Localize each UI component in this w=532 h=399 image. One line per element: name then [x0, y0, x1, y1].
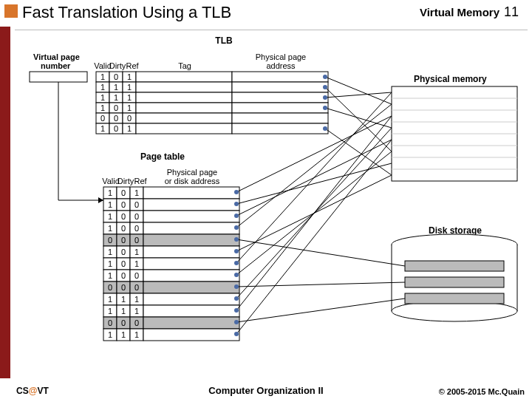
svg-text:0: 0	[121, 224, 126, 233]
svg-text:1: 1	[127, 124, 132, 133]
disk-icon	[392, 234, 517, 321]
svg-point-185	[234, 273, 239, 277]
svg-point-188	[234, 308, 239, 313]
svg-text:0: 0	[121, 271, 126, 280]
svg-text:1: 1	[108, 330, 112, 339]
svg-point-183	[234, 249, 239, 253]
svg-rect-154	[405, 293, 504, 304]
svg-text:0: 0	[134, 236, 139, 245]
svg-point-189	[234, 320, 239, 324]
svg-rect-3	[136, 72, 232, 82]
svg-rect-36	[232, 113, 328, 123]
svg-point-162	[323, 95, 327, 100]
svg-rect-80	[143, 222, 239, 234]
footer-copyright: © 2005-2015 Mc.Quain	[439, 387, 525, 396]
svg-text:1: 1	[134, 259, 139, 268]
page-table-label: Page table	[140, 151, 185, 162]
pt-col-ppda-1: Physical page	[167, 168, 218, 177]
svg-text:1: 1	[127, 93, 132, 102]
svg-text:1: 1	[121, 330, 126, 339]
vpn-label-2: number	[41, 61, 71, 70]
svg-text:1: 1	[108, 188, 112, 197]
pt-col-ppda-2: or disk address	[165, 177, 220, 185]
svg-rect-73	[143, 211, 239, 222]
svg-text:1: 1	[100, 103, 105, 112]
svg-text:1: 1	[134, 330, 139, 339]
svg-text:1: 1	[121, 307, 126, 316]
svg-point-180	[234, 214, 239, 218]
svg-rect-101	[143, 258, 239, 270]
svg-rect-19	[136, 92, 232, 103]
vpn-label-1: Virtual page	[33, 52, 80, 61]
svg-point-164	[323, 126, 327, 131]
svg-text:0: 0	[108, 236, 112, 245]
svg-rect-152	[405, 261, 504, 271]
svg-point-163	[323, 106, 327, 110]
svg-text:0: 0	[100, 114, 105, 123]
svg-text:1: 1	[121, 295, 126, 304]
header: Fast Translation Using a TLB Virtual Mem…	[0, 0, 532, 25]
col-dirty: Dirty	[109, 61, 126, 70]
svg-point-186	[234, 284, 239, 289]
svg-rect-122	[143, 293, 239, 305]
left-accent-bar	[0, 27, 10, 378]
svg-rect-87	[143, 234, 239, 246]
svg-rect-59	[143, 187, 239, 199]
svg-text:1: 1	[114, 83, 118, 92]
svg-rect-94	[143, 246, 239, 258]
svg-text:0: 0	[114, 72, 118, 81]
tlb-table: Valid Dirty Ref Tag Physical page addres…	[94, 52, 328, 134]
svg-text:1: 1	[100, 124, 105, 133]
tlb-label: TLB	[215, 35, 233, 46]
svg-rect-108	[143, 270, 239, 282]
svg-text:0: 0	[121, 248, 126, 256]
svg-line-173	[236, 282, 405, 287]
svg-rect-143	[143, 329, 239, 341]
svg-rect-44	[232, 123, 328, 134]
svg-text:1: 1	[100, 93, 105, 102]
svg-text:0: 0	[114, 124, 118, 133]
svg-text:1: 1	[127, 72, 132, 81]
col-tag: Tag	[178, 61, 191, 70]
svg-text:1: 1	[134, 307, 139, 316]
svg-text:0: 0	[134, 271, 139, 280]
accent-square-icon	[4, 4, 18, 18]
svg-rect-11	[136, 82, 232, 92]
svg-text:0: 0	[121, 259, 126, 268]
slide: Fast Translation Using a TLB Virtual Mem…	[0, 0, 532, 399]
svg-point-161	[323, 85, 327, 89]
svg-text:0: 0	[134, 200, 139, 209]
svg-rect-35	[136, 113, 232, 123]
svg-text:1: 1	[127, 103, 132, 112]
arrow-icon	[98, 197, 103, 203]
svg-text:1: 1	[108, 200, 112, 209]
svg-line-169	[236, 239, 405, 266]
section-label: Virtual Memory	[420, 6, 499, 18]
svg-text:0: 0	[134, 283, 139, 292]
footer: CS@VT Computer Organization II © 2005-20…	[0, 381, 532, 399]
svg-text:1: 1	[108, 295, 112, 304]
svg-text:1: 1	[134, 295, 139, 304]
svg-text:0: 0	[114, 103, 118, 112]
svg-line-157	[325, 92, 392, 98]
pt-col-ref: Ref	[134, 177, 147, 185]
svg-rect-27	[136, 103, 232, 113]
pt-col-dirty: Dirty	[117, 177, 134, 185]
svg-text:0: 0	[134, 224, 139, 233]
svg-text:0: 0	[108, 283, 112, 292]
svg-text:0: 0	[127, 114, 132, 123]
svg-point-181	[234, 225, 239, 230]
svg-text:1: 1	[108, 271, 112, 280]
svg-rect-28	[232, 103, 328, 113]
svg-text:1: 1	[134, 248, 139, 256]
svg-line-175	[236, 116, 392, 310]
svg-text:1: 1	[100, 83, 105, 92]
svg-text:0: 0	[134, 212, 139, 221]
svg-text:1: 1	[134, 188, 139, 197]
tlb-diagram: TLB Virtual page number Valid Dirty Ref …	[15, 30, 528, 377]
svg-text:1: 1	[108, 212, 112, 221]
page-title: Fast Translation Using a TLB	[22, 3, 231, 22]
svg-text:1: 1	[108, 307, 112, 316]
svg-point-160	[323, 75, 327, 79]
phys-mem-label: Physical memory	[414, 74, 487, 84]
